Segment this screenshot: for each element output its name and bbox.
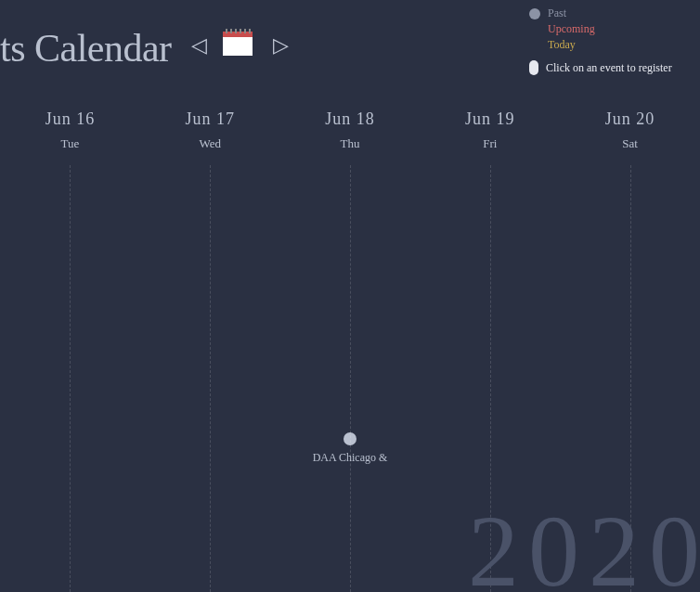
svg-rect-2 [226, 29, 227, 33]
legend-label: Today [548, 37, 576, 53]
calendar-event[interactable]: DAA Chicago & [290, 432, 410, 465]
svg-rect-3 [230, 29, 232, 33]
svg-rect-4 [235, 29, 237, 33]
legend-label: Upcoming [548, 21, 595, 37]
day-column: Jun 19 Fri [420, 109, 560, 592]
legend-upcoming: Upcoming [529, 21, 693, 37]
day-date: Jun 20 [560, 109, 700, 129]
day-dow: Tue [0, 136, 140, 151]
event-dot-icon [344, 432, 356, 445]
day-dow: Thu [280, 136, 421, 151]
pill-icon [529, 60, 538, 75]
day-column: Jun 17 Wed [140, 109, 280, 592]
calendar-icon [223, 28, 253, 56]
day-date: Jun 19 [420, 109, 560, 129]
legend-register-text: Click on an event to register [546, 61, 672, 75]
page-title: ts Calendar [0, 26, 172, 71]
legend-label: Past [548, 6, 566, 21]
svg-rect-6 [244, 29, 246, 33]
svg-rect-7 [249, 29, 251, 33]
calendar-grid: Jun 16 Tue Jun 17 Wed Jun 18 Thu DAA Chi… [0, 109, 700, 592]
today-button[interactable] [223, 28, 253, 56]
day-column: Jun 16 Tue [0, 109, 140, 592]
legend-past: Past [529, 6, 693, 21]
day-column: Jun 18 Thu DAA Chicago & [280, 109, 421, 592]
legend-today: Today [529, 37, 693, 53]
legend-register: Click on an event to register [529, 60, 693, 75]
legend: Past Upcoming Today Click on an event to… [529, 6, 693, 75]
event-label: DAA Chicago & [290, 451, 410, 465]
day-dow: Fri [420, 136, 560, 151]
dot-icon [529, 8, 540, 19]
svg-rect-5 [240, 29, 241, 33]
day-date: Jun 17 [140, 109, 280, 129]
day-column: Jun 20 Sat [560, 109, 700, 592]
next-week-button[interactable]: ▷ [273, 33, 289, 58]
day-date: Jun 18 [280, 109, 421, 129]
day-dow: Wed [140, 136, 280, 151]
prev-week-button[interactable]: ◁ [191, 33, 207, 58]
day-date: Jun 16 [0, 109, 140, 129]
day-dow: Sat [560, 136, 700, 151]
